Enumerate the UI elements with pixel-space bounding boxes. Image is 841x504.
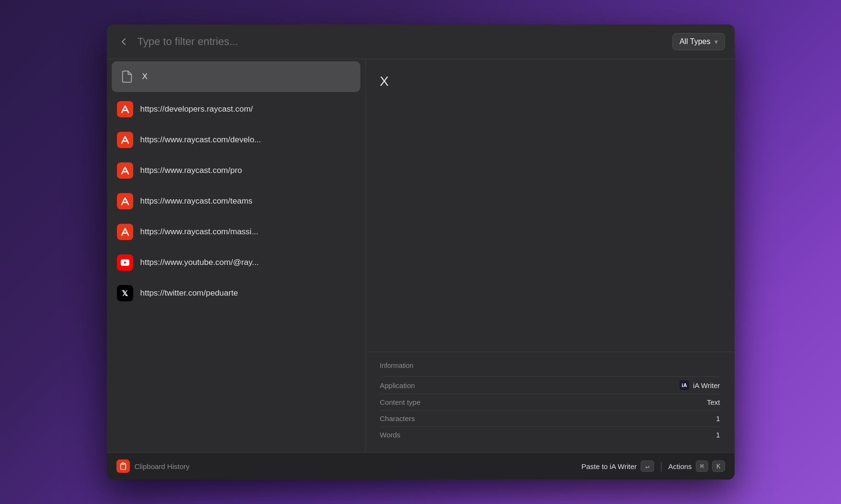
return-key-badge: ↵ xyxy=(641,460,654,472)
info-label-characters: Characters xyxy=(380,414,415,423)
clipboard-list: X https://developers.raycast.com/ xyxy=(107,59,366,452)
search-input[interactable] xyxy=(138,35,667,48)
list-item[interactable]: https://www.youtube.com/@ray... xyxy=(107,247,365,278)
info-row-content-type: Content type Text xyxy=(380,394,720,410)
item-label: https://www.youtube.com/@ray... xyxy=(140,258,259,267)
raycast-icon xyxy=(116,193,134,210)
info-value-content-type: Text xyxy=(707,398,720,406)
list-item[interactable]: X xyxy=(112,61,360,92)
search-header: All Types ▾ xyxy=(107,24,735,59)
svg-rect-6 xyxy=(122,463,124,464)
footer-actions: Paste to iA Writer ↵ | Actions ⌘ K xyxy=(581,460,725,472)
footer: Clipboard History Paste to iA Writer ↵ |… xyxy=(107,452,735,480)
info-row-words: Words 1 xyxy=(380,426,720,443)
list-item[interactable]: https://developers.raycast.com/ xyxy=(107,94,365,125)
type-filter-label: All Types xyxy=(680,37,711,46)
svg-rect-1 xyxy=(117,132,133,148)
info-label-application: Application xyxy=(380,381,415,389)
list-item[interactable]: https://www.raycast.com/pro xyxy=(107,155,365,186)
raycast-icon xyxy=(116,223,134,241)
item-label: https://www.raycast.com/teams xyxy=(140,196,253,206)
item-label: https://www.raycast.com/pro xyxy=(140,166,242,175)
raycast-icon xyxy=(116,101,134,118)
info-section-title: Information xyxy=(380,362,720,369)
type-filter-dropdown[interactable]: All Types ▾ xyxy=(672,33,725,50)
k-key-badge: K xyxy=(712,460,725,472)
list-item[interactable]: https://www.raycast.com/massi... xyxy=(107,217,365,247)
youtube-icon xyxy=(116,254,134,271)
twitter-x-icon: 𝕏 xyxy=(116,285,134,302)
item-label: https://developers.raycast.com/ xyxy=(140,104,253,114)
preview-text: X xyxy=(380,74,389,89)
info-label-content-type: Content type xyxy=(380,398,421,406)
list-item[interactable]: https://www.raycast.com/teams xyxy=(107,186,365,217)
info-value-words: 1 xyxy=(716,431,720,439)
preview-area: X xyxy=(366,59,735,352)
list-item[interactable]: 𝕏 https://twitter.com/peduarte xyxy=(107,278,365,309)
main-content: X https://developers.raycast.com/ xyxy=(107,59,735,452)
back-button[interactable] xyxy=(116,34,132,49)
item-label: https://twitter.com/peduarte xyxy=(140,288,238,298)
info-row-characters: Characters 1 xyxy=(380,410,720,426)
info-row-application: Application iA iA Writer xyxy=(380,376,720,394)
svg-rect-2 xyxy=(117,162,133,179)
item-label: https://www.raycast.com/develo... xyxy=(140,135,261,145)
info-value-characters: 1 xyxy=(716,414,720,423)
item-label: X xyxy=(142,72,148,81)
raycast-icon xyxy=(116,162,134,179)
detail-panel: X Information Application iA iA Writer C… xyxy=(366,59,735,452)
raycast-icon xyxy=(116,131,134,149)
list-item[interactable]: https://www.raycast.com/develo... xyxy=(107,125,365,155)
footer-divider: | xyxy=(660,461,662,472)
svg-rect-0 xyxy=(117,101,133,117)
clipboard-history-icon xyxy=(116,459,130,473)
svg-rect-3 xyxy=(117,193,133,209)
app-window: All Types ▾ X xyxy=(107,24,735,480)
info-label-words: Words xyxy=(380,431,401,439)
svg-rect-4 xyxy=(117,224,133,240)
info-value-application: iA iA Writer xyxy=(680,380,720,390)
cmd-key-badge: ⌘ xyxy=(696,460,708,472)
footer-app-name: Clipboard History xyxy=(135,462,577,470)
paste-action-label: Paste to iA Writer xyxy=(581,462,637,470)
chevron-down-icon: ▾ xyxy=(714,38,718,46)
document-icon xyxy=(118,68,136,85)
item-label: https://www.raycast.com/massi... xyxy=(140,227,259,237)
info-section: Information Application iA iA Writer Con… xyxy=(366,352,735,452)
ia-writer-app-icon: iA xyxy=(680,380,689,390)
actions-label: Actions xyxy=(668,462,691,470)
